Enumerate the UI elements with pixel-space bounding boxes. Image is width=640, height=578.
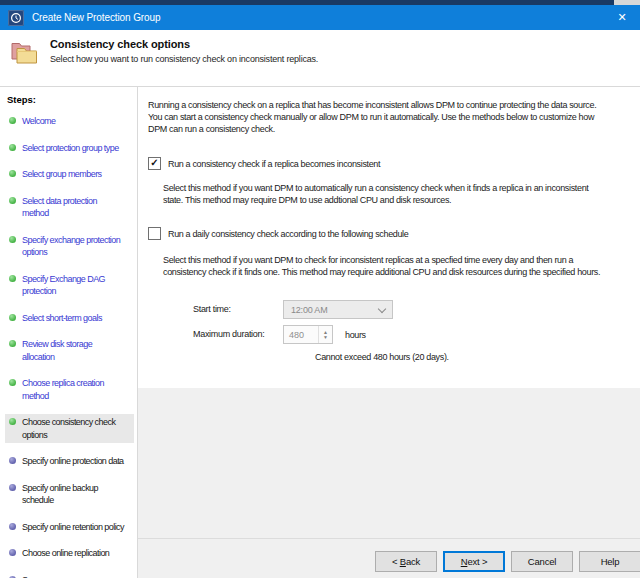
step-label: Specify online backup schedule — [22, 482, 98, 507]
step-label: Welcome — [22, 115, 56, 128]
daily-consistency-option[interactable]: Run a daily consistency check according … — [148, 227, 408, 240]
steps-list: WelcomeSelect protection group typeSelec… — [0, 113, 137, 578]
step-item[interactable]: Select data protection method — [5, 193, 134, 222]
step-item[interactable]: Specify Exchange DAG protection — [5, 271, 134, 300]
step-item[interactable]: Select short-term goals — [5, 310, 134, 327]
start-time-select[interactable]: 12:00 AM — [283, 300, 393, 319]
duration-value: 480 — [284, 326, 318, 343]
daily-consistency-checkbox[interactable] — [148, 227, 161, 240]
checkmark-icon: ✓ — [150, 158, 158, 168]
page-subtitle: Select how you want to run consistency c… — [50, 54, 318, 64]
back-button[interactable]: < Back — [375, 551, 437, 572]
steps-heading: Steps: — [0, 87, 137, 105]
step-item: Summary — [5, 572, 134, 578]
close-icon: ✕ — [617, 11, 626, 24]
step-label: Choose consistency check options — [22, 416, 115, 441]
chevron-down-icon — [378, 304, 386, 312]
auto-consistency-option[interactable]: ✓ Run a consistency check if a replica b… — [148, 157, 380, 170]
step-label: Select protection group type — [22, 142, 119, 155]
content-area: Running a consistency check on a replica… — [138, 87, 640, 578]
step-item[interactable]: Select group members — [5, 166, 134, 183]
step-label: Choose replica creation method — [22, 377, 104, 402]
step-label: Select group members — [22, 168, 102, 181]
start-time-label: Start time: — [193, 304, 231, 314]
step-item[interactable]: Choose replica creation method — [5, 375, 134, 404]
help-button[interactable]: Help — [579, 551, 640, 572]
step-bullet-icon — [9, 314, 16, 321]
step-bullet-icon — [9, 379, 16, 386]
close-button[interactable]: ✕ — [604, 5, 640, 30]
step-item: Choose online replication — [5, 545, 134, 562]
step-label: Specify exchange protection options — [22, 234, 120, 259]
step-label: Specify Exchange DAG protection — [22, 273, 105, 298]
step-bullet-icon — [9, 418, 16, 425]
next-button[interactable]: Next > — [443, 551, 505, 572]
daily-consistency-description: Select this method if you want DPM to ch… — [163, 254, 637, 278]
duration-unit-label: hours — [345, 329, 366, 341]
page-title: Consistency check options — [50, 38, 190, 50]
cancel-button[interactable]: Cancel — [511, 551, 573, 572]
step-bullet-icon — [9, 170, 16, 177]
step-label: Select short-term goals — [22, 312, 102, 325]
step-label: Select data protection method — [22, 195, 97, 220]
step-label: Specify online retention policy — [22, 521, 124, 534]
footer-divider — [138, 538, 640, 539]
auto-consistency-description: Select this method if you want DPM to au… — [163, 182, 635, 206]
step-item[interactable]: Choose consistency check options — [5, 414, 134, 443]
duration-spinner[interactable]: ▲ ▼ — [318, 326, 332, 343]
clock-shield-icon — [10, 12, 22, 24]
auto-consistency-label[interactable]: Run a consistency check if a replica bec… — [168, 159, 380, 169]
step-item: Specify online retention policy — [5, 519, 134, 536]
step-bullet-icon — [9, 484, 16, 491]
step-item: Specify online protection data — [5, 453, 134, 470]
step-bullet-icon — [9, 275, 16, 282]
step-label: Choose online replication — [22, 547, 109, 560]
step-bullet-icon — [9, 523, 16, 530]
page-header: Consistency check options Select how you… — [0, 30, 640, 87]
step-bullet-icon — [9, 457, 16, 464]
wizard-window: Create New Protection Group ✕ Consistenc… — [0, 0, 640, 578]
step-bullet-icon — [9, 197, 16, 204]
auto-consistency-checkbox[interactable]: ✓ — [148, 157, 161, 170]
step-item: Specify online backup schedule — [5, 480, 134, 509]
step-item[interactable]: Select protection group type — [5, 140, 134, 157]
steps-sidebar: Steps: WelcomeSelect protection group ty… — [0, 87, 138, 578]
max-duration-label: Maximum duration: — [193, 329, 264, 339]
intro-paragraph: Running a consistency check on a replica… — [148, 99, 640, 135]
duration-note: Cannot exceed 480 hours (20 days). — [315, 351, 449, 363]
step-label: Summary — [22, 574, 57, 578]
step-bullet-icon — [9, 144, 16, 151]
window-title: Create New Protection Group — [32, 12, 160, 23]
folders-icon — [10, 40, 38, 66]
duration-input[interactable]: 480 ▲ ▼ — [283, 325, 333, 344]
step-label: Specify online protection data — [22, 455, 124, 468]
daily-consistency-label[interactable]: Run a daily consistency check according … — [168, 229, 408, 239]
step-bullet-icon — [9, 549, 16, 556]
start-time-value: 12:00 AM — [291, 305, 327, 315]
step-bullet-icon — [9, 236, 16, 243]
step-label: Review disk storage allocation — [22, 338, 92, 363]
step-bullet-icon — [9, 117, 16, 124]
step-item[interactable]: Specify exchange protection options — [5, 232, 134, 261]
step-item[interactable]: Welcome — [5, 113, 134, 130]
step-bullet-icon — [9, 340, 16, 347]
spin-down-icon[interactable]: ▼ — [323, 335, 328, 340]
titlebar: Create New Protection Group ✕ — [0, 5, 640, 30]
step-item[interactable]: Review disk storage allocation — [5, 336, 134, 365]
app-icon — [8, 10, 24, 26]
